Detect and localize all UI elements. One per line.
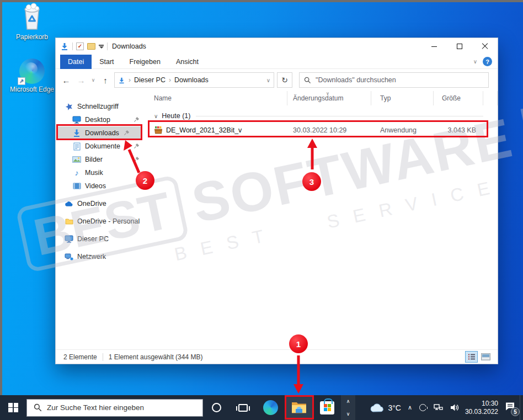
sidebar-item-onedrive-personal[interactable]: OneDrive - Personal — [56, 215, 148, 228]
breadcrumb-downloads[interactable]: Downloads — [174, 76, 209, 84]
column-header-aenderungsdatum[interactable]: Änderungsdatum — [287, 91, 371, 105]
maximize-button[interactable] — [447, 38, 472, 55]
edge-icon — [263, 400, 278, 415]
tab-ansicht[interactable]: Ansicht — [168, 55, 206, 69]
recent-locations-icon[interactable]: ∨ — [90, 77, 97, 83]
new-folder-icon[interactable] — [87, 43, 95, 50]
action-center-button[interactable]: 5 — [505, 402, 515, 413]
customize-toolbar-icon[interactable] — [99, 45, 104, 49]
tray-circle-icon[interactable] — [419, 404, 426, 411]
network-tray-icon[interactable] — [434, 404, 443, 412]
sidebar-item-dokumente[interactable]: Dokumente — [56, 140, 148, 153]
file-explorer-icon — [291, 401, 307, 414]
show-desktop-button[interactable] — [520, 395, 523, 420]
separator — [103, 353, 103, 361]
sidebar-item-downloads[interactable]: Downloads — [57, 126, 142, 140]
breadcrumb-dieser-pc[interactable]: Dieser PC — [134, 76, 166, 84]
music-icon: ♪ — [72, 168, 81, 177]
thumbnail-view-icon — [481, 353, 490, 360]
ribbon-tab-bar: Datei Start Freigeben Ansicht ∨ ? — [56, 55, 498, 69]
task-view-icon — [238, 404, 248, 412]
downloads-folder-icon — [118, 77, 125, 84]
file-size: 3.043 KB — [434, 126, 483, 134]
up-button[interactable]: ↑ — [99, 76, 111, 85]
edge-logo-icon: ↗ — [8, 55, 56, 84]
address-dropdown-icon[interactable]: ∨ — [266, 77, 270, 83]
properties-check-icon[interactable]: ✓ — [76, 42, 84, 50]
sidebar-item-videos[interactable]: Videos — [56, 179, 148, 193]
taskbar-file-explorer-button[interactable] — [285, 395, 313, 420]
navigation-pane: Schnellzugriff Desktop Downloads — [56, 91, 148, 349]
sidebar-item-onedrive[interactable]: OneDrive — [56, 197, 148, 210]
start-button[interactable] — [0, 395, 26, 420]
clock-date: 30.03.2022 — [465, 408, 498, 416]
volume-icon[interactable] — [450, 403, 460, 412]
task-view-button[interactable] — [230, 395, 256, 420]
desktop-icon — [72, 115, 81, 124]
open-app-indicator — [289, 418, 309, 419]
taskbar-search-box[interactable]: Zur Suche Text hier eingeben — [26, 399, 203, 417]
weather-widget[interactable]: 3°C — [370, 403, 401, 412]
documents-icon — [72, 142, 81, 151]
back-button[interactable]: ← — [60, 76, 72, 85]
refresh-button[interactable]: ↻ — [277, 72, 292, 88]
screen-border-left — [0, 0, 2, 420]
group-header-heute[interactable]: ∨ Heute (1) — [154, 112, 483, 120]
explorer-search-box[interactable]: "Downloads" durchsuchen — [299, 72, 489, 88]
cortana-button[interactable] — [203, 395, 230, 420]
title-bar: ✓ Downloads — [56, 38, 498, 55]
screen-border-top — [0, 0, 523, 2]
scroll-up-icon[interactable]: ∧ — [346, 398, 350, 404]
column-header-groesse[interactable]: Größe — [434, 91, 483, 105]
file-row[interactable]: DE_Word_2021_32Bit_v 30.03.2022 10:29 An… — [148, 124, 498, 136]
taskbar-store-button[interactable] — [313, 395, 341, 420]
close-button[interactable] — [472, 38, 498, 55]
cortana-icon — [212, 403, 221, 412]
hidden-icons-chevron[interactable]: ∧ — [408, 404, 412, 411]
folder-icon — [65, 217, 73, 226]
computer-icon — [65, 235, 73, 243]
pin-icon — [134, 143, 140, 149]
clock-time: 10:30 — [465, 400, 498, 408]
tab-datei[interactable]: Datei — [60, 55, 92, 69]
tab-freigeben[interactable]: Freigeben — [122, 55, 168, 69]
minimize-button[interactable] — [421, 38, 447, 55]
column-header-typ[interactable]: Typ — [371, 91, 434, 105]
desktop-icon-recycle-bin[interactable]: Papierkorb — [8, 3, 56, 41]
taskbar-edge-button[interactable] — [256, 395, 285, 420]
taskbar-scroll-buttons[interactable]: ∧ ∨ — [341, 395, 355, 420]
collapse-group-icon[interactable]: ∨ — [154, 113, 158, 119]
scroll-down-icon[interactable]: ∨ — [346, 411, 350, 417]
downloads-icon — [72, 129, 81, 137]
temperature-label: 3°C — [388, 403, 401, 412]
address-bar-row: ← → ∨ ↑ › Dieser PC › Downloads ∨ ↻ — [56, 69, 498, 91]
sidebar-item-desktop[interactable]: Desktop — [56, 113, 148, 126]
sidebar-item-musik[interactable]: ♪ Musik — [56, 166, 148, 179]
taskbar: Zur Suche Text hier eingeben ∧ ∨ — [0, 395, 523, 420]
sidebar-item-bilder[interactable]: Bilder — [56, 153, 148, 166]
tab-start[interactable]: Start — [92, 55, 121, 69]
desktop-icon-label: Papierkorb — [8, 33, 56, 41]
thumbnail-view-button[interactable] — [479, 351, 492, 363]
minimize-icon — [431, 46, 437, 47]
address-bar[interactable]: › Dieser PC › Downloads ∨ — [114, 72, 274, 88]
taskbar-search-placeholder: Zur Suche Text hier eingeben — [47, 403, 144, 412]
desktop-icon-edge[interactable]: ↗ Microsoft Edge — [8, 55, 56, 93]
expand-ribbon-icon[interactable]: ∨ — [473, 59, 477, 65]
videos-icon — [72, 182, 81, 190]
sidebar-item-netzwerk[interactable]: Netzwerk — [56, 250, 148, 263]
sidebar-item-dieser-pc[interactable]: Dieser PC — [56, 232, 148, 246]
forward-button[interactable]: → — [75, 76, 87, 85]
column-header-name[interactable]: Name — [148, 91, 287, 105]
close-icon — [482, 43, 488, 50]
help-button[interactable]: ? — [483, 57, 492, 66]
selection-info: 1 Element ausgewählt (344 MB) — [109, 353, 203, 361]
file-type: Anwendung — [371, 126, 434, 134]
details-view-button[interactable] — [465, 351, 478, 363]
pictures-icon — [72, 155, 81, 164]
sidebar-item-schnellzugriff[interactable]: Schnellzugriff — [56, 100, 148, 113]
taskbar-clock[interactable]: 10:30 30.03.2022 — [465, 400, 498, 416]
maximize-icon — [457, 44, 462, 49]
search-placeholder: "Downloads" durchsuchen — [316, 76, 396, 84]
shortcut-arrow-icon: ↗ — [18, 77, 25, 85]
